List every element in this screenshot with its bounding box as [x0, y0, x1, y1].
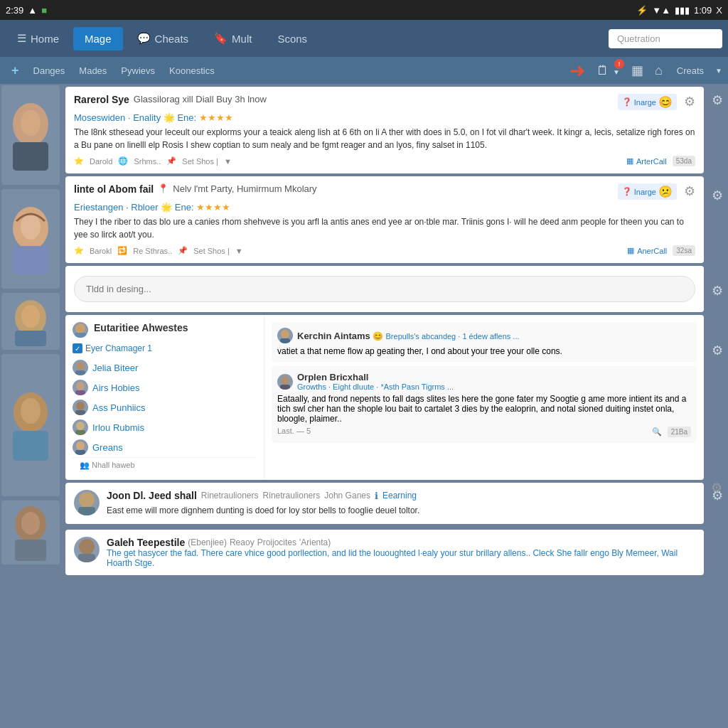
post-1-author: Moseswiden	[74, 112, 125, 123]
subnav-danges[interactable]: Danges	[28, 63, 71, 79]
nested-inner: Eutaritiee Ahwestes ✓ Eyer Chamager 1 Je…	[65, 315, 704, 480]
svg-rect-24	[75, 430, 85, 435]
svg-rect-13	[15, 540, 46, 561]
app-icon: ■	[41, 5, 47, 16]
last-label-1: Last. — 5	[277, 427, 311, 437]
nav-tab-mage[interactable]: Mage	[73, 27, 123, 50]
nested-list-item-1[interactable]: Airs Hobies	[73, 378, 257, 397]
svg-point-11	[21, 398, 41, 424]
comment-input[interactable]	[74, 276, 695, 302]
avatar-1	[1, 85, 60, 185]
nav-tab-cheats[interactable]: 💬 Cheats	[126, 26, 200, 50]
post-1-footer-1[interactable]: Darold	[90, 157, 112, 166]
post-2-footer-2[interactable]: Re Sthras..	[133, 247, 172, 255]
list-icon-btn[interactable]: ▦	[628, 60, 646, 81]
svg-rect-18	[75, 370, 85, 375]
nested-list-item-2[interactable]: Ass Punhiics	[73, 397, 257, 417]
subnav-mades[interactable]: Mades	[73, 63, 112, 79]
inarge-button-1[interactable]: ❓ Inarge 😊	[618, 94, 677, 110]
chevron-f2[interactable]: ▼	[235, 247, 243, 255]
close-button[interactable]: X	[716, 5, 722, 16]
comment-1-last: Last. — 5 🔍 21Ba	[277, 427, 691, 437]
gear-icon-1[interactable]: ⚙	[684, 94, 695, 109]
bottom-post-1-body: East eme will more dignhem dunting is do…	[107, 504, 695, 517]
post-2-author: Eriestangen	[74, 202, 123, 213]
search-box[interactable]: Quetration	[609, 29, 722, 48]
svg-rect-34	[78, 554, 95, 562]
post-2-action[interactable]: ▦ AnerCall	[627, 246, 667, 255]
gear-column: ⚙ ⚙ ⚙ ⚙ ⚙	[707, 84, 728, 728]
comment-1-author: Orplen Bricxhall	[297, 372, 368, 382]
checkbox-label: Eyer Chamager 1	[85, 343, 152, 353]
list-item-1: Airs Hobies	[92, 382, 139, 393]
action-icon-1: ▦	[626, 156, 633, 166]
post-2-footer-1[interactable]: Barokl	[90, 247, 112, 255]
emoji-2: 😕	[658, 185, 673, 198]
bottom-post-2-meta2: Reaoy	[230, 537, 255, 547]
gear-nested[interactable]: ⚙	[712, 337, 723, 479]
creats-button[interactable]: Creats	[671, 63, 710, 79]
bluetooth-icon: ⚡	[636, 5, 648, 16]
search-icon-nested[interactable]: 🔍	[652, 427, 662, 437]
post-2-timestamp: 32sa	[673, 245, 695, 256]
nav-mage-label: Mage	[85, 33, 112, 45]
comment-1-header: Orplen Bricxhall Growths · Eight dluute …	[297, 372, 454, 391]
inarge-button-2[interactable]: ❓ Inarge 😕	[618, 183, 677, 200]
document-icon: 🗒	[596, 63, 609, 77]
svg-point-2	[21, 110, 41, 136]
post-2-title: linte ol Abom fail	[74, 183, 154, 195]
mult-icon: 🔖	[214, 32, 228, 45]
info-icon-1: ℹ	[375, 491, 378, 501]
add-button[interactable]: +	[6, 60, 25, 81]
location-icon-2: 📍	[158, 183, 168, 193]
home-icon-btn[interactable]: ⌂	[652, 60, 665, 81]
post-1-header: Rarerol Sye Glassilorag xill Diall Buy 3…	[74, 94, 695, 110]
nav-tab-mult[interactable]: 🔖 Mult	[203, 26, 263, 50]
nav-tab-scons[interactable]: Scons	[266, 27, 318, 50]
checkbox-icon[interactable]: ✓	[73, 343, 82, 353]
post-2-footer-3[interactable]: Set Shos |	[193, 247, 230, 255]
status-right: ⚡ ▼▲ ▮▮▮ 1:09 X	[636, 5, 722, 16]
status-left: 2:39 ▲ ■	[6, 5, 47, 16]
comment-card	[65, 266, 704, 312]
subnav-pywievs[interactable]: Pywievs	[115, 63, 161, 79]
gear-post-1[interactable]: ⚙	[712, 87, 723, 179]
chevron-f1[interactable]: ▼	[224, 157, 232, 166]
inarge-label-2: Inarge	[634, 188, 656, 196]
nested-card: Eutaritiee Ahwestes ✓ Eyer Chamager 1 Je…	[65, 315, 704, 480]
question-icon-2: ❓	[622, 187, 632, 196]
svg-point-33	[79, 539, 95, 555]
post-1-action[interactable]: ▦ ArterCall	[626, 156, 667, 166]
nav-mult-label: Mult	[232, 33, 252, 45]
nested-left-title: Eutaritiee Ahwestes	[94, 322, 188, 333]
nav-home-label: Home	[31, 33, 59, 45]
nested-list-item-4[interactable]: Greans	[73, 437, 257, 457]
comment-1-meta: Growths · Eight dluute · *Asth Pasn Tigr…	[297, 382, 454, 391]
gear-comment[interactable]: ⚙	[712, 277, 723, 334]
document-icon-btn[interactable]: 🗒 ! ▼	[594, 60, 623, 81]
gear-icon-2[interactable]: ⚙	[684, 183, 695, 199]
nested-right: Kerchin Aintams 😊 Brepulls's abcandeg · …	[264, 315, 704, 480]
pin-icon-f1: 📌	[166, 156, 176, 166]
nested-footer-label: Nhall haweb	[92, 461, 135, 469]
subnav-koonestics[interactable]: Koonestics	[164, 63, 220, 79]
svg-rect-16	[75, 333, 86, 338]
gear-post-2[interactable]: ⚙	[712, 182, 723, 274]
post-1-footer-3[interactable]: Set Shos |	[182, 157, 218, 166]
nav-tab-menu[interactable]: ☰ Home	[6, 26, 70, 50]
svg-point-8	[21, 305, 40, 328]
dot-icon-f2: 🔁	[117, 246, 127, 255]
nested-footer-icon: 👥	[80, 461, 90, 469]
post-1-footer-2[interactable]: Srhms..	[134, 157, 161, 166]
posts-column: Rarerol Sye Glassilorag xill Diall Buy 3…	[64, 84, 707, 728]
action-label-1: ArterCall	[636, 157, 667, 166]
nested-list-item-0[interactable]: Jelia Biteer	[73, 358, 257, 378]
nested-list-item-3[interactable]: Irlou Rubmis	[73, 417, 257, 437]
action-label-2: AnerCall	[637, 247, 667, 255]
energy-icon-1: 🌟 Ene:	[164, 112, 196, 123]
comment-1-body: Eataally, and frond nepents to fall dags…	[277, 394, 691, 424]
bottom-post-1-title: Joon Dl. Jeed shall	[107, 490, 197, 501]
post-1-title: Rarerol Sye	[74, 94, 129, 105]
stars-1: ★★★★	[199, 112, 233, 123]
star-icon-f2: ⭐	[74, 246, 84, 255]
